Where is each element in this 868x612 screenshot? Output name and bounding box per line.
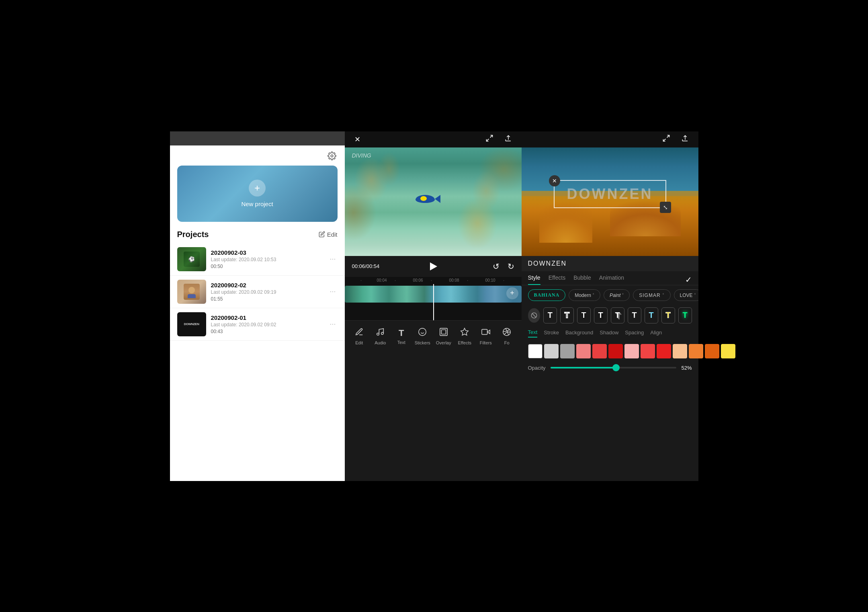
color-swatch[interactable] <box>592 344 607 358</box>
rewind-button[interactable]: ↺ <box>493 262 500 271</box>
style-3d[interactable]: T <box>611 307 624 323</box>
toolbar-filters[interactable]: Filters <box>476 327 496 345</box>
color-swatch[interactable] <box>705 344 719 358</box>
svg-line-2 <box>486 139 489 141</box>
new-project-plus-icon: + <box>249 180 266 196</box>
project-more-button[interactable]: ··· <box>328 318 337 330</box>
sub-tab-shadow[interactable]: Shadow <box>600 330 618 337</box>
color-swatch[interactable] <box>608 344 623 358</box>
toolbar-fo[interactable]: Fo <box>497 327 517 345</box>
tab-effects[interactable]: Effects <box>549 274 566 285</box>
style-gradient-v[interactable]: T <box>628 307 641 323</box>
bottom-toolbar: Edit Audio T Text St <box>345 320 522 352</box>
sub-tabs-row: Text Stroke Background Shadow Spacing Al… <box>522 326 698 341</box>
text-overlay-box[interactable]: ✕ DOWNZEN ⤡ <box>554 180 666 208</box>
svg-line-18 <box>532 313 536 317</box>
style-normal[interactable]: T <box>543 307 557 323</box>
toolbar-filters-label: Filters <box>480 340 492 345</box>
opacity-thumb[interactable] <box>612 364 620 371</box>
font-paint[interactable]: Paint + <box>604 289 630 301</box>
style-bold[interactable]: T <box>577 307 591 323</box>
color-swatch[interactable] <box>673 344 687 358</box>
color-swatch[interactable] <box>528 344 542 358</box>
style-outline[interactable]: T <box>560 307 574 323</box>
effects-icon <box>460 327 469 339</box>
svg-line-14 <box>667 135 669 138</box>
confirm-button[interactable]: ✓ <box>685 275 692 285</box>
tab-style[interactable]: Style <box>528 274 540 285</box>
settings-icon[interactable] <box>326 149 338 162</box>
project-more-button[interactable]: ··· <box>328 286 337 297</box>
tab-animation[interactable]: Animation <box>599 274 624 285</box>
text-resize-button[interactable]: ⤡ <box>660 202 671 213</box>
list-item[interactable]: 20200902-02 Last update: 2020.09.02 09:1… <box>170 276 345 308</box>
share-right-button[interactable] <box>680 133 690 146</box>
audio-icon <box>376 327 385 339</box>
color-swatch[interactable] <box>641 344 655 358</box>
forward-button[interactable]: ↻ <box>508 262 514 271</box>
underwater-background: DIVING <box>345 147 522 256</box>
svg-marker-11 <box>461 328 468 335</box>
style-gradient-h[interactable]: T <box>645 307 658 323</box>
project-more-button[interactable]: ··· <box>328 253 337 265</box>
right-top-bar <box>522 131 698 147</box>
toolbar-audio[interactable]: Audio <box>370 327 390 345</box>
color-swatch[interactable] <box>657 344 671 358</box>
toolbar-edit[interactable]: Edit <box>349 327 369 345</box>
font-bahiana[interactable]: BAHIANA <box>528 289 566 301</box>
sub-tab-background[interactable]: Background <box>565 330 593 337</box>
toolbar-text[interactable]: T Text <box>391 328 411 345</box>
sub-tab-stroke[interactable]: Stroke <box>544 330 559 337</box>
svg-point-4 <box>377 333 379 336</box>
font-love[interactable]: LOVE + <box>674 289 698 301</box>
add-track-button[interactable]: + <box>506 287 518 299</box>
list-item[interactable]: DOWNZEN 20200902-01 Last update: 2020.09… <box>170 308 345 341</box>
fo-icon <box>502 327 511 339</box>
opacity-slider[interactable] <box>551 367 677 368</box>
toolbar-stickers[interactable]: Stickers <box>412 327 432 345</box>
toolbar-effects-label: Effects <box>458 340 471 345</box>
edit-button[interactable]: Edit <box>319 231 338 238</box>
svg-rect-9 <box>440 328 447 336</box>
style-neon[interactable]: T <box>678 307 692 323</box>
style-cancel-button[interactable] <box>528 308 540 323</box>
color-swatch[interactable] <box>560 344 575 358</box>
tab-bubble[interactable]: Bubble <box>573 274 591 285</box>
font-modern[interactable]: Modern + <box>569 289 600 301</box>
style-row: T T T T T T T T T <box>522 305 698 326</box>
fullscreen-button[interactable] <box>484 133 495 146</box>
sub-tab-align[interactable]: Align <box>650 330 662 337</box>
text-input-field[interactable] <box>528 260 692 267</box>
project-thumbnail <box>177 247 206 271</box>
new-project-card[interactable]: + New project <box>177 166 338 222</box>
overlay-icon <box>439 327 448 339</box>
toolbar-audio-label: Audio <box>375 340 386 345</box>
close-button[interactable]: ✕ <box>353 133 362 145</box>
color-swatch[interactable] <box>576 344 591 358</box>
svg-point-5 <box>381 332 384 335</box>
color-swatch[interactable] <box>624 344 639 358</box>
color-swatch[interactable] <box>689 344 703 358</box>
project-info: 20200902-02 Last update: 2020.09.02 09:1… <box>211 282 323 302</box>
toolbar-effects[interactable]: Effects <box>454 327 475 345</box>
playhead[interactable] <box>433 284 434 304</box>
list-item[interactable]: 20200902-03 Last update: 2020.09.02 10:5… <box>170 243 345 276</box>
style-color-outline[interactable]: T <box>661 307 675 323</box>
toolbar-overlay-label: Overlay <box>436 340 451 345</box>
color-swatch[interactable] <box>544 344 559 358</box>
top-icon-group <box>484 133 514 146</box>
color-swatch[interactable] <box>721 344 735 358</box>
timeline-mark: 00:08 <box>449 278 459 282</box>
projects-title: Projects <box>177 230 209 239</box>
sub-tab-spacing[interactable]: Spacing <box>625 330 644 337</box>
play-button[interactable] <box>426 259 440 274</box>
text-delete-button[interactable]: ✕ <box>549 175 560 186</box>
font-sigmar[interactable]: SIGMAR + <box>633 289 670 301</box>
sub-tab-text[interactable]: Text <box>528 329 538 338</box>
opacity-fill <box>551 367 616 368</box>
style-shadow[interactable]: T <box>594 307 608 323</box>
fullscreen-right-button[interactable] <box>661 133 672 146</box>
timeline-strip[interactable]: + <box>345 284 522 304</box>
share-button[interactable] <box>503 133 514 146</box>
toolbar-overlay[interactable]: Overlay <box>434 327 454 345</box>
